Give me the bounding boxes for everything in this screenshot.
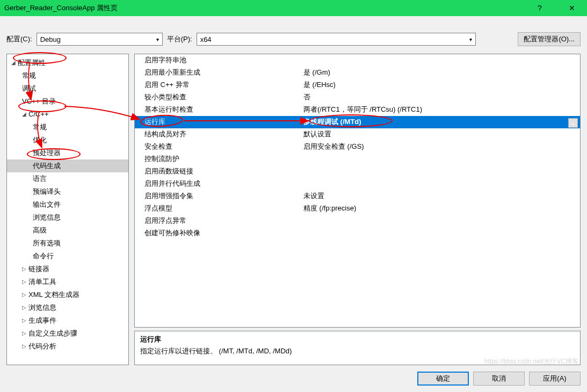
property-name: 结构成员对齐 xyxy=(135,129,301,139)
expand-icon: ▷ xyxy=(22,302,28,313)
expand-icon: ▷ xyxy=(22,328,28,339)
tree-item[interactable]: 命令行 xyxy=(7,250,128,263)
property-row[interactable]: 结构成员对齐默认设置 xyxy=(135,128,580,141)
property-value[interactable]: 是 (/EHsc) xyxy=(301,80,580,90)
property-row[interactable]: 启用浮点异常 xyxy=(135,215,580,227)
platform-select[interactable]: x64 ▾ xyxy=(197,33,476,46)
tree-item[interactable]: 预处理器 xyxy=(7,147,128,159)
property-grid[interactable]: 启用字符串池启用最小重新生成是 (/Gm)启用 C++ 异常是 (/EHsc)较… xyxy=(134,54,581,328)
tree-label: 所有选项 xyxy=(33,238,61,249)
tree-item[interactable]: 输出文件 xyxy=(7,198,128,211)
chevron-down-icon: ▾ xyxy=(156,37,159,42)
cancel-button[interactable]: 取消 xyxy=(473,372,525,386)
property-row[interactable]: 启用字符串池 xyxy=(135,54,580,67)
tree-item[interactable]: 优化 xyxy=(7,134,128,147)
property-row[interactable]: 基本运行时检查两者(/RTC1，等同于 /RTCsu) (/RTC1) xyxy=(135,104,580,116)
property-row[interactable]: 浮点模型精度 (/fp:precise) xyxy=(135,202,580,215)
close-button[interactable]: ✕ xyxy=(561,4,583,12)
tree-item[interactable]: ▷生成事件 xyxy=(7,314,128,327)
window-title: Gerber_Reader_ConsoleApp 属性页 xyxy=(4,3,529,13)
tree-item[interactable]: 所有选项 xyxy=(7,237,128,250)
tree-item[interactable]: ▷浏览信息 xyxy=(7,301,128,314)
property-name: 启用 C++ 异常 xyxy=(135,80,301,90)
property-row[interactable]: 启用 C++ 异常是 (/EHsc) xyxy=(135,79,580,91)
tree-item[interactable]: VC++ 目录 xyxy=(7,95,128,108)
expand-icon: ▷ xyxy=(22,341,28,352)
description-text: 指定运行库以进行链接。 (/MT, /MTd, /MD, /MDd) xyxy=(140,346,575,356)
collapse-icon: ◢ xyxy=(11,57,18,68)
property-row[interactable]: 启用函数级链接 xyxy=(135,165,580,178)
tree-item[interactable]: 常规 xyxy=(7,121,128,134)
property-name: 启用最小重新生成 xyxy=(135,68,301,77)
apply-button[interactable]: 应用(A) xyxy=(529,372,581,386)
property-value[interactable]: 未设置 xyxy=(301,191,580,201)
property-value[interactable]: 是 (/Gm) xyxy=(301,68,580,77)
property-name: 较小类型检查 xyxy=(135,92,301,102)
property-value[interactable]: 默认设置 xyxy=(301,129,580,139)
property-name: 启用函数级链接 xyxy=(135,166,301,176)
property-value[interactable]: 精度 (/fp:precise) xyxy=(301,204,580,213)
property-name: 基本运行时检查 xyxy=(135,105,301,114)
tree-item-codegen[interactable]: 代码生成 xyxy=(7,159,128,172)
property-row[interactable]: 启用并行代码生成 xyxy=(135,178,580,190)
button-row: 确定 取消 应用(A) xyxy=(6,372,581,386)
titlebar-controls: ? ✕ xyxy=(529,4,583,12)
help-button[interactable]: ? xyxy=(529,4,550,12)
tree-label: 配置属性 xyxy=(18,57,46,68)
property-value[interactable]: 多线程调试 (/MTd)⌄ xyxy=(301,117,580,127)
tree-label: 命令行 xyxy=(33,251,54,262)
tree-item[interactable]: 浏览信息 xyxy=(7,211,128,224)
tree-label: 代码生成 xyxy=(33,161,61,171)
property-row[interactable]: 创建可热修补映像 xyxy=(135,227,580,239)
tree-item-cpp[interactable]: ◢C/C++ xyxy=(7,108,128,121)
tree-label: 预编译头 xyxy=(33,186,61,197)
property-row[interactable]: 运行库多线程调试 (/MTd)⌄ xyxy=(135,116,580,128)
property-name: 控制流防护 xyxy=(135,154,301,164)
property-row[interactable]: 安全检查启用安全检查 (/GS) xyxy=(135,141,580,153)
expand-icon: ▷ xyxy=(22,315,28,326)
property-name: 启用字符串池 xyxy=(135,55,301,65)
tree-item[interactable]: ▷自定义生成步骤 xyxy=(7,327,128,340)
tree-label: 语言 xyxy=(33,173,47,184)
tree-label: 自定义生成步骤 xyxy=(28,328,77,339)
tree-item[interactable]: ▷代码分析 xyxy=(7,340,128,353)
tree-label: 常规 xyxy=(22,70,36,81)
property-row[interactable]: 较小类型检查否 xyxy=(135,91,580,104)
config-row: 配置(C): Debug ▾ 平台(P): x64 ▾ 配置管理器(O)... xyxy=(6,32,581,46)
property-value[interactable]: 两者(/RTC1，等同于 /RTCsu) (/RTC1) xyxy=(301,105,580,114)
tree-label: 优化 xyxy=(33,135,47,146)
tree-item[interactable]: ▷链接器 xyxy=(7,263,128,275)
config-manager-button[interactable]: 配置管理器(O)... xyxy=(518,32,581,46)
ok-button[interactable]: 确定 xyxy=(417,372,469,386)
tree-label: XML 文档生成器 xyxy=(28,289,79,300)
property-value[interactable]: 否 xyxy=(301,92,580,102)
config-label: 配置(C): xyxy=(6,34,32,44)
platform-value: x64 xyxy=(200,35,212,43)
property-row[interactable]: 启用最小重新生成是 (/Gm) xyxy=(135,67,580,79)
tree-item[interactable]: 预编译头 xyxy=(7,185,128,198)
property-value[interactable]: 启用安全检查 (/GS) xyxy=(301,142,580,151)
tree-item[interactable]: 调试 xyxy=(7,82,128,95)
tree-label: 浏览信息 xyxy=(33,212,61,223)
chevron-down-icon[interactable]: ⌄ xyxy=(568,118,578,128)
tree-item[interactable]: 语言 xyxy=(7,172,128,185)
tree-item[interactable]: 常规 xyxy=(7,69,128,82)
dialog-body: 配置(C): Debug ▾ 平台(P): x64 ▾ 配置管理器(O)... … xyxy=(0,16,587,392)
config-select[interactable]: Debug ▾ xyxy=(37,33,163,46)
property-name: 浮点模型 xyxy=(135,204,301,213)
tree-root[interactable]: ◢配置属性 xyxy=(7,56,128,69)
description-panel: 运行库 指定运行库以进行链接。 (/MT, /MTd, /MD, /MDd) xyxy=(134,331,581,365)
tree-item[interactable]: ▷XML 文档生成器 xyxy=(7,288,128,301)
tree-label: 调试 xyxy=(22,83,36,94)
property-row[interactable]: 控制流防护 xyxy=(135,153,580,165)
tree-item[interactable]: 高级 xyxy=(7,224,128,237)
expand-icon: ▷ xyxy=(22,289,28,300)
property-name: 运行库 xyxy=(135,117,301,127)
property-row[interactable]: 启用增强指令集未设置 xyxy=(135,190,580,202)
platform-label: 平台(P): xyxy=(167,34,192,44)
tree-item[interactable]: ▷清单工具 xyxy=(7,275,128,288)
tree-label: 生成事件 xyxy=(28,315,56,326)
expand-icon: ▷ xyxy=(22,264,28,274)
tree-label: 浏览信息 xyxy=(28,302,56,313)
tree-panel[interactable]: ◢配置属性 常规 调试 VC++ 目录 ◢C/C++ 常规 优化 预处理器 代码… xyxy=(6,54,129,365)
